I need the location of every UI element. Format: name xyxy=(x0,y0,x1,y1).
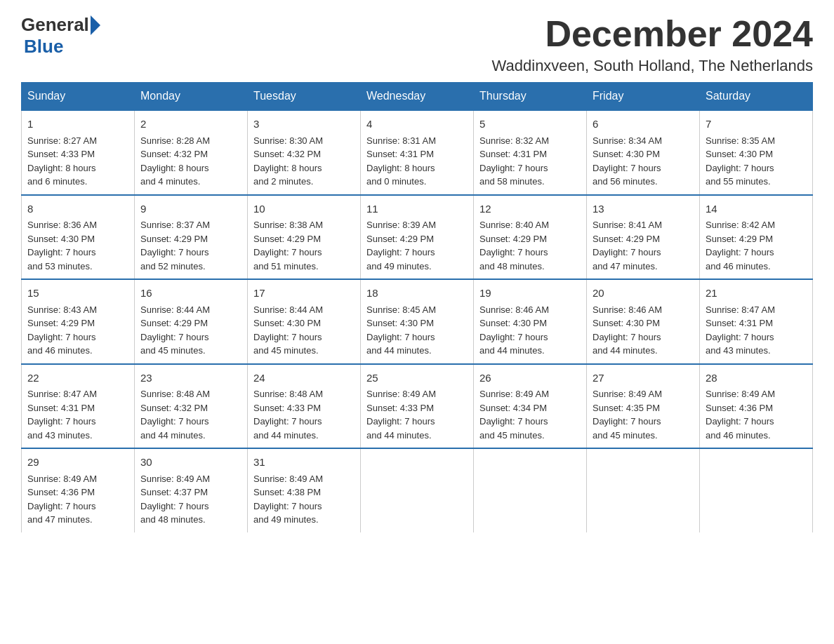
calendar-cell: 5 Sunrise: 8:32 AM Sunset: 4:31 PM Dayli… xyxy=(474,110,587,195)
day-sunrise: Sunrise: 8:48 AM xyxy=(140,389,210,399)
calendar-cell: 1 Sunrise: 8:27 AM Sunset: 4:33 PM Dayli… xyxy=(22,110,135,195)
logo-arrow-icon xyxy=(91,15,100,35)
day-daylight: Daylight: 7 hoursand 46 minutes. xyxy=(706,247,774,271)
calendar-cell: 19 Sunrise: 8:46 AM Sunset: 4:30 PM Dayl… xyxy=(474,279,587,364)
header-thursday: Thursday xyxy=(474,83,587,111)
calendar-cell: 18 Sunrise: 8:45 AM Sunset: 4:30 PM Dayl… xyxy=(361,279,474,364)
day-sunset: Sunset: 4:30 PM xyxy=(593,318,660,328)
day-daylight: Daylight: 7 hoursand 55 minutes. xyxy=(706,163,774,187)
day-daylight: Daylight: 7 hoursand 45 minutes. xyxy=(140,332,209,356)
day-sunrise: Sunrise: 8:40 AM xyxy=(479,220,549,230)
day-daylight: Daylight: 7 hoursand 46 minutes. xyxy=(706,416,774,441)
calendar-cell: 2 Sunrise: 8:28 AM Sunset: 4:32 PM Dayli… xyxy=(135,110,248,195)
day-sunset: Sunset: 4:29 PM xyxy=(253,234,321,244)
day-number: 21 xyxy=(706,286,807,302)
day-sunrise: Sunrise: 8:39 AM xyxy=(366,220,436,230)
header-monday: Monday xyxy=(135,83,248,111)
calendar-cell: 14 Sunrise: 8:42 AM Sunset: 4:29 PM Dayl… xyxy=(700,195,813,280)
calendar-cell xyxy=(361,448,474,532)
day-sunset: Sunset: 4:31 PM xyxy=(479,149,547,159)
day-number: 16 xyxy=(140,286,241,302)
page-header: General Blue December 2024 Waddinxveen, … xyxy=(21,14,813,75)
day-number: 13 xyxy=(593,201,694,217)
day-daylight: Daylight: 7 hoursand 43 minutes. xyxy=(706,332,774,356)
day-daylight: Daylight: 7 hoursand 46 minutes. xyxy=(27,332,96,356)
header-sunday: Sunday xyxy=(22,83,135,111)
day-daylight: Daylight: 7 hoursand 49 minutes. xyxy=(253,501,322,525)
header-friday: Friday xyxy=(587,83,700,111)
day-daylight: Daylight: 7 hoursand 51 minutes. xyxy=(253,247,322,271)
day-sunset: Sunset: 4:32 PM xyxy=(140,149,208,159)
calendar-cell: 29 Sunrise: 8:49 AM Sunset: 4:36 PM Dayl… xyxy=(22,448,135,532)
calendar-cell: 27 Sunrise: 8:49 AM Sunset: 4:35 PM Dayl… xyxy=(587,364,700,449)
day-number: 4 xyxy=(366,116,468,133)
day-number: 14 xyxy=(706,201,807,217)
calendar-cell: 3 Sunrise: 8:30 AM Sunset: 4:32 PM Dayli… xyxy=(248,110,361,195)
week-row-4: 22 Sunrise: 8:47 AM Sunset: 4:31 PM Dayl… xyxy=(22,364,813,449)
day-number: 27 xyxy=(593,370,694,387)
day-daylight: Daylight: 7 hoursand 44 minutes. xyxy=(366,416,435,441)
day-number: 9 xyxy=(140,201,241,217)
day-sunset: Sunset: 4:29 PM xyxy=(479,234,547,244)
day-daylight: Daylight: 7 hoursand 48 minutes. xyxy=(479,247,548,271)
calendar-cell: 22 Sunrise: 8:47 AM Sunset: 4:31 PM Dayl… xyxy=(22,364,135,449)
calendar-cell: 16 Sunrise: 8:44 AM Sunset: 4:29 PM Dayl… xyxy=(135,279,248,364)
day-daylight: Daylight: 7 hoursand 52 minutes. xyxy=(140,247,209,271)
calendar-cell: 24 Sunrise: 8:48 AM Sunset: 4:33 PM Dayl… xyxy=(248,364,361,449)
day-sunset: Sunset: 4:30 PM xyxy=(593,149,660,159)
day-number: 28 xyxy=(706,370,807,387)
day-sunrise: Sunrise: 8:49 AM xyxy=(593,389,662,399)
day-number: 20 xyxy=(593,286,694,302)
calendar-cell: 9 Sunrise: 8:37 AM Sunset: 4:29 PM Dayli… xyxy=(135,195,248,280)
calendar-cell xyxy=(474,448,587,532)
calendar-cell: 30 Sunrise: 8:49 AM Sunset: 4:37 PM Dayl… xyxy=(135,448,248,532)
header-wednesday: Wednesday xyxy=(361,83,474,111)
day-daylight: Daylight: 7 hoursand 45 minutes. xyxy=(479,416,548,441)
day-sunset: Sunset: 4:31 PM xyxy=(366,149,434,159)
calendar-cell xyxy=(700,448,813,532)
calendar-header-row: SundayMondayTuesdayWednesdayThursdayFrid… xyxy=(22,83,813,111)
day-sunset: Sunset: 4:34 PM xyxy=(479,403,547,413)
day-sunrise: Sunrise: 8:28 AM xyxy=(140,135,210,146)
day-daylight: Daylight: 8 hoursand 4 minutes. xyxy=(140,163,209,187)
day-number: 19 xyxy=(479,286,581,302)
calendar-table: SundayMondayTuesdayWednesdayThursdayFrid… xyxy=(21,82,813,532)
day-sunset: Sunset: 4:29 PM xyxy=(366,234,434,244)
calendar-cell xyxy=(587,448,700,532)
calendar-cell: 6 Sunrise: 8:34 AM Sunset: 4:30 PM Dayli… xyxy=(587,110,700,195)
day-sunset: Sunset: 4:29 PM xyxy=(27,318,95,328)
calendar-cell: 15 Sunrise: 8:43 AM Sunset: 4:29 PM Dayl… xyxy=(22,279,135,364)
day-sunrise: Sunrise: 8:32 AM xyxy=(479,135,549,146)
location-title: Waddinxveen, South Holland, The Netherla… xyxy=(492,57,813,75)
title-area: December 2024 Waddinxveen, South Holland… xyxy=(492,14,813,75)
calendar-cell: 21 Sunrise: 8:47 AM Sunset: 4:31 PM Dayl… xyxy=(700,279,813,364)
day-number: 22 xyxy=(27,370,128,387)
day-number: 30 xyxy=(140,455,241,471)
day-daylight: Daylight: 7 hoursand 45 minutes. xyxy=(593,416,661,441)
day-sunset: Sunset: 4:37 PM xyxy=(140,487,208,497)
header-tuesday: Tuesday xyxy=(248,83,361,111)
calendar-cell: 8 Sunrise: 8:36 AM Sunset: 4:30 PM Dayli… xyxy=(22,195,135,280)
day-number: 5 xyxy=(479,116,581,133)
day-daylight: Daylight: 7 hoursand 44 minutes. xyxy=(253,416,322,441)
day-daylight: Daylight: 7 hoursand 53 minutes. xyxy=(27,247,96,271)
calendar-cell: 13 Sunrise: 8:41 AM Sunset: 4:29 PM Dayl… xyxy=(587,195,700,280)
calendar-cell: 23 Sunrise: 8:48 AM Sunset: 4:32 PM Dayl… xyxy=(135,364,248,449)
header-saturday: Saturday xyxy=(700,83,813,111)
day-sunrise: Sunrise: 8:47 AM xyxy=(706,304,775,315)
day-sunrise: Sunrise: 8:48 AM xyxy=(253,389,323,399)
day-sunset: Sunset: 4:30 PM xyxy=(366,318,434,328)
day-number: 3 xyxy=(253,116,355,133)
day-daylight: Daylight: 7 hoursand 47 minutes. xyxy=(593,247,661,271)
day-sunrise: Sunrise: 8:49 AM xyxy=(479,389,549,399)
day-number: 8 xyxy=(27,201,128,217)
day-sunset: Sunset: 4:30 PM xyxy=(27,234,95,244)
day-sunset: Sunset: 4:32 PM xyxy=(253,149,321,159)
day-daylight: Daylight: 7 hoursand 43 minutes. xyxy=(27,416,96,441)
day-sunrise: Sunrise: 8:47 AM xyxy=(27,389,97,399)
day-daylight: Daylight: 7 hoursand 45 minutes. xyxy=(253,332,322,356)
calendar-cell: 11 Sunrise: 8:39 AM Sunset: 4:29 PM Dayl… xyxy=(361,195,474,280)
day-daylight: Daylight: 7 hoursand 58 minutes. xyxy=(479,163,548,187)
day-sunset: Sunset: 4:31 PM xyxy=(27,403,95,413)
day-sunset: Sunset: 4:38 PM xyxy=(253,487,321,497)
